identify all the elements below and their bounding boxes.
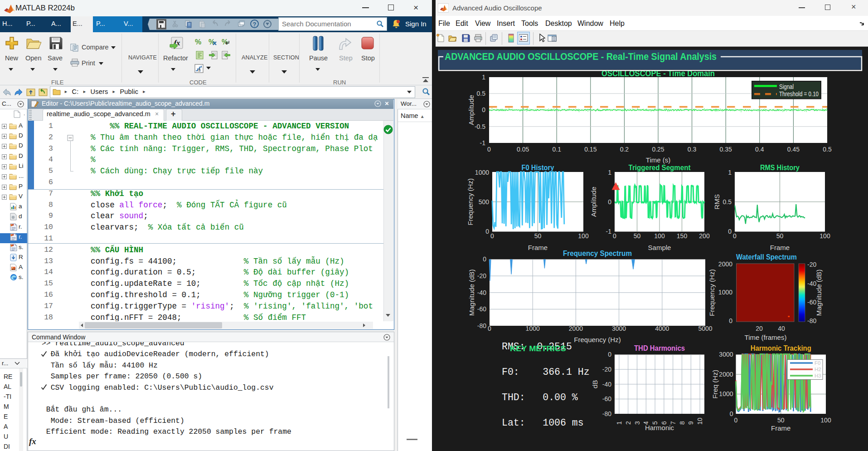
svg-text:150: 150 — [677, 232, 688, 240]
svg-text:0: 0 — [613, 232, 616, 240]
svg-text:RMS: RMS — [713, 194, 721, 209]
svg-text:Threshold = 0.10: Threshold = 0.10 — [779, 90, 819, 98]
svg-text:-60: -60 — [602, 395, 611, 402]
svg-text:-80: -80 — [602, 410, 611, 417]
svg-text:1000: 1000 — [719, 390, 733, 397]
svg-text:0: 0 — [728, 228, 732, 235]
svg-text:Frequency (Hz): Frequency (Hz) — [574, 336, 621, 343]
svg-text:-80: -80 — [807, 317, 816, 324]
svg-text:Sample: Sample — [648, 244, 671, 251]
svg-text:1000: 1000 — [718, 289, 732, 296]
svg-text:Time (frames): Time (frames) — [745, 333, 787, 341]
svg-text:3000: 3000 — [612, 325, 626, 332]
svg-text:-20: -20 — [602, 366, 611, 373]
svg-text:1000: 1000 — [526, 325, 540, 332]
svg-text:Frequency Spectrum: Frequency Spectrum — [563, 249, 632, 257]
svg-text:Magnitude (dB): Magnitude (dB) — [468, 269, 475, 316]
svg-text:F0: F0 — [815, 360, 820, 366]
svg-text:5000: 5000 — [698, 325, 712, 332]
svg-text:KEY METRICS: KEY METRICS — [510, 344, 566, 353]
svg-text:0: 0 — [608, 351, 611, 358]
svg-text:0.5: 0.5 — [823, 146, 832, 153]
svg-text:Magnitude (dB): Magnitude (dB) — [815, 270, 823, 316]
svg-text:1000: 1000 — [475, 169, 489, 176]
svg-text:0.35: 0.35 — [720, 146, 732, 153]
svg-text:50: 50 — [534, 232, 542, 240]
svg-text:F0: 366.1 Hz: F0: 366.1 Hz — [502, 367, 590, 377]
svg-text:Lat: 1006 ms: Lat: 1006 ms — [502, 417, 584, 428]
svg-text:40: 40 — [778, 325, 785, 332]
svg-text:100: 100 — [578, 232, 589, 240]
svg-text:Harmonic: Harmonic — [645, 424, 674, 431]
svg-text:0.1: 0.1 — [552, 146, 561, 153]
svg-text:0: 0 — [488, 325, 491, 332]
svg-text:Freq (Hz): Freq (Hz) — [711, 370, 719, 398]
svg-text:Frame: Frame — [770, 244, 790, 251]
svg-text:dB: dB — [591, 380, 599, 388]
svg-text:50: 50 — [634, 232, 641, 240]
svg-text:1: 1 — [482, 74, 485, 81]
svg-text:100: 100 — [820, 232, 830, 240]
svg-text:Amplitude: Amplitude — [467, 95, 475, 125]
svg-text:0.05: 0.05 — [517, 146, 529, 153]
svg-text:0: 0 — [487, 146, 491, 153]
svg-text:50: 50 — [776, 232, 784, 240]
svg-text:4000: 4000 — [655, 325, 669, 332]
svg-text:%: % — [195, 38, 201, 46]
svg-text:0.5: 0.5 — [723, 198, 732, 206]
svg-text:0: 0 — [733, 232, 737, 240]
svg-text:10: 10 — [696, 417, 703, 425]
svg-text:H3: H3 — [815, 373, 821, 378]
svg-text:Signal: Signal — [779, 83, 794, 90]
svg-text:0: 0 — [729, 317, 732, 324]
svg-text:-20: -20 — [477, 272, 486, 279]
svg-text:20: 20 — [756, 325, 763, 332]
svg-text:Time (s): Time (s) — [646, 156, 670, 164]
svg-text:0: 0 — [485, 228, 489, 235]
svg-text:RMS History: RMS History — [760, 163, 800, 172]
svg-text:H2: H2 — [815, 367, 821, 372]
svg-text:9: 9 — [687, 421, 694, 425]
svg-text:50: 50 — [777, 417, 785, 424]
svg-text:-0.5: -0.5 — [475, 123, 485, 130]
svg-text:THD Harmonics: THD Harmonics — [634, 344, 685, 352]
svg-text:0.2: 0.2 — [620, 146, 629, 153]
svg-text:Frequency (Hz): Frequency (Hz) — [466, 178, 474, 225]
svg-text:3: 3 — [634, 421, 641, 425]
svg-text:0.25: 0.25 — [652, 146, 664, 153]
svg-text:Frame: Frame — [771, 424, 790, 432]
svg-text:0: 0 — [734, 417, 738, 424]
svg-text:ADVANCED AUDIO OSCILLOSCOPE -: ADVANCED AUDIO OSCILLOSCOPE - Real-Time … — [445, 51, 717, 62]
svg-text:1: 1 — [616, 421, 623, 425]
svg-text:-60: -60 — [477, 305, 486, 313]
svg-text:0: 0 — [482, 106, 485, 113]
svg-text:0.15: 0.15 — [584, 146, 596, 153]
svg-text:2: 2 — [625, 421, 632, 425]
svg-text:-40: -40 — [477, 289, 486, 296]
svg-text:3000: 3000 — [719, 351, 733, 358]
svg-text:-80: -80 — [477, 322, 486, 329]
svg-text:Amplitude: Amplitude — [590, 186, 597, 217]
svg-text:F0 History: F0 History — [522, 163, 555, 172]
svg-text:1: 1 — [728, 169, 732, 176]
svg-text:THD: 0.00 %: THD: 0.00 % — [502, 392, 578, 403]
svg-text:Harmonic Tracking: Harmonic Tracking — [751, 344, 811, 352]
svg-text:Frequency (Hz): Frequency (Hz) — [708, 269, 716, 316]
svg-text:-20: -20 — [807, 261, 816, 268]
svg-text:0.4: 0.4 — [755, 146, 764, 153]
svg-text:200: 200 — [699, 232, 710, 240]
svg-text:100: 100 — [654, 232, 665, 240]
svg-text:Waterfall Spectrum: Waterfall Spectrum — [736, 253, 797, 261]
svg-text:0.3: 0.3 — [688, 146, 697, 153]
svg-text:-1: -1 — [606, 228, 612, 235]
svg-text:0.5: 0.5 — [477, 90, 486, 97]
svg-text:0: 0 — [730, 410, 733, 417]
svg-text:0: 0 — [490, 232, 494, 240]
svg-text:2000: 2000 — [569, 325, 583, 332]
svg-text:0: 0 — [608, 198, 611, 206]
svg-text:Triggered Segment: Triggered Segment — [629, 163, 691, 172]
svg-text:Frame: Frame — [528, 244, 548, 251]
svg-text:-40: -40 — [602, 381, 611, 388]
svg-text:0: 0 — [483, 255, 486, 263]
svg-text:-1: -1 — [480, 139, 486, 147]
